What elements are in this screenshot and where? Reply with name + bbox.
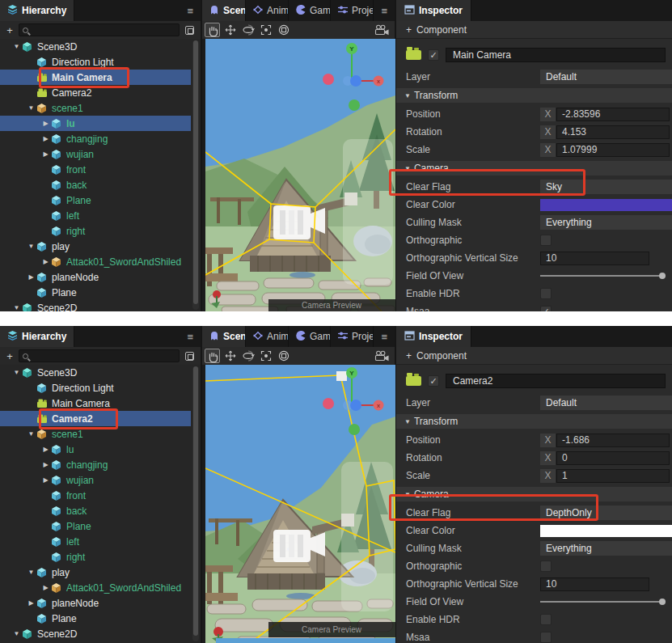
tree-item-back[interactable]: back xyxy=(0,503,191,518)
expand-arrow-icon[interactable]: ▼ xyxy=(26,430,36,438)
tab-animation[interactable]: Anim xyxy=(246,0,289,21)
node-name-input[interactable]: Main Camera xyxy=(446,48,666,62)
collapse-arrow-icon[interactable]: ▶ xyxy=(40,446,51,453)
scene-menu-icon[interactable]: ≡ xyxy=(374,326,395,347)
tree-item-front[interactable]: front xyxy=(0,488,191,503)
tree-item-left[interactable]: left xyxy=(0,534,191,549)
input-rotation-x[interactable]: 0 xyxy=(556,451,670,465)
add-component-button[interactable]: + Component xyxy=(396,347,672,365)
input-position-x[interactable]: -2.83596 xyxy=(556,108,670,121)
tree-item-wujian[interactable]: ▶wujian xyxy=(0,472,191,488)
hierarchy-menu-icon[interactable]: ≡ xyxy=(180,0,201,21)
tab-project[interactable]: Proje xyxy=(331,0,374,21)
collapse-arrow-icon[interactable]: ▶ xyxy=(40,461,51,468)
tab-scene[interactable]: Scen xyxy=(202,0,246,21)
dropdown-culling-mask[interactable]: Everything xyxy=(540,215,672,230)
tab-animation[interactable]: Anim xyxy=(246,326,289,347)
tree-item-plane[interactable]: Plane xyxy=(0,285,191,300)
tree-item-changjing[interactable]: ▶changjing xyxy=(0,131,191,146)
section-header-transform[interactable]: ▼Transform xyxy=(396,414,672,429)
camera-gizmo-toggle-icon[interactable] xyxy=(374,349,389,363)
frame-tool-button[interactable] xyxy=(258,23,273,37)
gizmo-tool-button[interactable] xyxy=(276,23,291,37)
move-tool-button[interactable] xyxy=(222,349,238,363)
checkbox-enable-hdr[interactable] xyxy=(540,614,552,625)
move-tool-button[interactable] xyxy=(222,23,238,37)
tree-item-right[interactable]: right xyxy=(0,549,191,565)
tree-item-scene1[interactable]: ▼scene1 xyxy=(0,100,191,116)
input-scale-x[interactable]: 1.07999 xyxy=(556,143,670,157)
hierarchy-menu-icon[interactable]: ≡ xyxy=(180,326,201,347)
tab-hierarchy[interactable]: Hierarchy xyxy=(0,0,74,21)
tab-scene[interactable]: Scen xyxy=(202,326,246,347)
collapse-arrow-icon[interactable]: ▶ xyxy=(40,150,51,158)
slider-field-of-view[interactable] xyxy=(540,596,666,607)
input-rotation-x[interactable]: 4.153 xyxy=(556,125,670,139)
node-enabled-checkbox[interactable]: ✓ xyxy=(428,49,439,61)
tree-item-front[interactable]: front xyxy=(0,162,191,177)
search-input[interactable] xyxy=(19,23,180,36)
add-node-button[interactable]: + xyxy=(4,350,15,362)
checkbox-orthographic[interactable] xyxy=(540,235,552,246)
tab-project[interactable]: Proje xyxy=(331,326,374,347)
collapse-arrow-icon[interactable]: ▶ xyxy=(40,120,51,127)
slider-handle[interactable] xyxy=(659,273,666,279)
tree-item-lu[interactable]: ▶lu xyxy=(0,116,191,131)
tree-item-scene2d[interactable]: ▼Scene2D xyxy=(0,626,191,641)
collapse-arrow-icon[interactable]: ▶ xyxy=(40,258,51,265)
tree-item-direction-light[interactable]: Direction Light xyxy=(0,380,191,396)
dropdown-culling-mask[interactable]: Everything xyxy=(540,541,672,556)
collapse-all-icon[interactable] xyxy=(185,26,194,35)
rotate-tool-button[interactable] xyxy=(240,23,256,37)
slider-handle[interactable] xyxy=(659,599,666,605)
tab-game[interactable]: Gam xyxy=(289,326,331,347)
scene-viewport[interactable]: x Y Camera Preview xyxy=(202,39,395,311)
expand-arrow-icon[interactable]: ▼ xyxy=(11,630,22,637)
tree-item-scene2d[interactable]: ▼Scene2D xyxy=(0,300,191,311)
tree-item-play[interactable]: ▼play xyxy=(0,239,191,254)
tree-item-plane[interactable]: Plane xyxy=(0,611,191,626)
color-swatch[interactable] xyxy=(540,525,672,537)
expand-arrow-icon[interactable]: ▼ xyxy=(11,304,22,311)
tree-item-planenode[interactable]: ▶planeNode xyxy=(0,269,191,285)
input-scale-x[interactable]: 1 xyxy=(556,469,670,483)
expand-arrow-icon[interactable]: ▼ xyxy=(26,569,36,576)
collapse-arrow-icon[interactable]: ▶ xyxy=(40,584,51,591)
hierarchy-scrollbar[interactable] xyxy=(192,366,199,641)
scene-menu-icon[interactable]: ≡ xyxy=(374,0,395,21)
rotate-tool-button[interactable] xyxy=(240,349,256,363)
node-enabled-checkbox[interactable]: ✓ xyxy=(428,375,439,387)
tree-item-scene3d[interactable]: ▼Scene3D xyxy=(0,365,191,380)
tab-hierarchy[interactable]: Hierarchy xyxy=(0,326,74,347)
collapse-arrow-icon[interactable]: ▶ xyxy=(40,476,51,484)
tree-item-back[interactable]: back xyxy=(0,177,191,192)
collapse-all-icon[interactable] xyxy=(185,352,194,361)
tree-item-planenode[interactable]: ▶planeNode xyxy=(0,595,191,611)
collapse-arrow-icon[interactable]: ▶ xyxy=(26,273,36,281)
section-header-transform[interactable]: ▼Transform xyxy=(396,88,672,103)
tree-item-plane[interactable]: Plane xyxy=(0,518,191,534)
tree-item-lu[interactable]: ▶lu xyxy=(0,442,191,457)
tab-game[interactable]: Gam xyxy=(289,0,331,21)
tree-item-wujian[interactable]: ▶wujian xyxy=(0,146,191,162)
tree-item-changjing[interactable]: ▶changjing xyxy=(0,457,191,472)
expand-arrow-icon[interactable]: ▼ xyxy=(26,104,36,112)
checkbox-msaa[interactable] xyxy=(540,632,552,643)
tab-inspector[interactable]: Inspector xyxy=(396,326,471,347)
frame-tool-button[interactable] xyxy=(258,349,273,363)
checkbox-orthographic[interactable] xyxy=(540,561,552,572)
add-component-button[interactable]: + Component xyxy=(396,21,672,39)
tree-item-plane[interactable]: Plane xyxy=(0,192,191,208)
tree-item-play[interactable]: ▼play xyxy=(0,565,191,580)
hierarchy-scrollbar[interactable] xyxy=(192,40,199,310)
gizmo-tool-button[interactable] xyxy=(276,349,291,363)
expand-arrow-icon[interactable]: ▼ xyxy=(11,43,22,50)
node-name-input[interactable]: Camera2 xyxy=(446,374,666,388)
tree-item-attack01-swordandshiled[interactable]: ▶Attack01_SwordAndShiled xyxy=(0,254,191,269)
add-node-button[interactable]: + xyxy=(4,24,15,36)
scene-viewport[interactable]: x Y Camera Preview xyxy=(202,365,395,643)
hand-tool-button[interactable] xyxy=(205,23,220,37)
hand-tool-button[interactable] xyxy=(205,349,220,363)
dropdown-layer[interactable]: Default xyxy=(540,396,672,410)
camera-gizmo-toggle-icon[interactable] xyxy=(374,23,389,37)
